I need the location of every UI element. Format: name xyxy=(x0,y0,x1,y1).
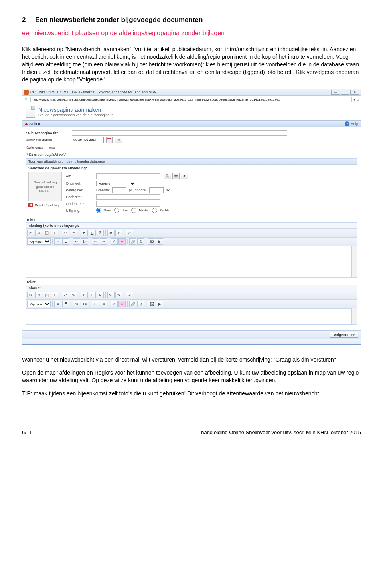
home-icon[interactable]: ⌂ xyxy=(357,97,359,101)
input-title[interactable] xyxy=(72,130,287,136)
image-icon[interactable]: 🖼 xyxy=(148,301,155,307)
image-icon[interactable]: 🖼 xyxy=(148,238,155,245)
reset-icon: ✖ xyxy=(28,203,33,207)
undo-icon[interactable]: ↶ xyxy=(62,230,69,236)
input-ondertitel2[interactable] xyxy=(96,201,160,207)
paste-icon[interactable]: 📋 xyxy=(43,292,50,298)
bold-icon[interactable]: B xyxy=(81,230,88,236)
list-ol-icon[interactable]: 1≡ xyxy=(81,238,88,245)
editor-toolbar-2b: Opmaak ≡ ≣ •≡ 1≡ ⇤ ⇥ A A 🔗 ⊘ 🖼 ▶ xyxy=(26,300,357,308)
strike-icon[interactable]: S̶ xyxy=(97,230,104,236)
input-ondertitel[interactable] xyxy=(96,194,160,200)
input-height[interactable] xyxy=(149,187,164,193)
label-title: * Nieuwspagina titel xyxy=(26,131,69,135)
copy-icon[interactable]: ⧉ xyxy=(35,230,42,236)
select-origineel[interactable]: Volledig xyxy=(96,181,136,186)
preview-icon[interactable]: 👁 xyxy=(181,173,188,179)
indent-icon[interactable]: ⇥ xyxy=(100,301,107,307)
editor-toolbar-1a: ✂ ⧉ 📋 T ↶ ↷ B U S̶ x₂ x² ⤢ xyxy=(26,228,357,237)
label-ondertitel2: Ondertitel 2: xyxy=(66,202,94,206)
outdent-icon[interactable]: ⇤ xyxy=(92,238,99,245)
video-icon[interactable]: ▶ xyxy=(156,301,163,307)
unlink-icon[interactable]: ⊘ xyxy=(137,301,144,307)
redo-icon[interactable]: ↷ xyxy=(70,230,77,236)
expand-icon[interactable]: ⤢ xyxy=(126,230,133,236)
textcolor-icon[interactable]: A xyxy=(111,238,118,245)
editor-intro: Inleiding (korte omschrijving): ✂ ⧉ 📋 T … xyxy=(26,222,357,278)
editor-intro-body[interactable] xyxy=(26,246,351,277)
window-maximize-button[interactable]: □ xyxy=(341,90,349,95)
editor-content-body[interactable] xyxy=(26,308,351,324)
required-note: * Dit is een verplicht veld. xyxy=(26,153,357,157)
editor-toolbar-2a: ✂ ⧉ 📋 T ↶ ↷ B U S̶ x₂ x² ⤢ xyxy=(26,291,357,300)
align-center-icon[interactable]: ≣ xyxy=(62,238,69,245)
align-left-icon[interactable]: ≡ xyxy=(54,238,61,245)
link-icon[interactable]: 🔗 xyxy=(129,238,136,245)
underline-icon[interactable]: U xyxy=(89,292,96,298)
cut-icon[interactable]: ✂ xyxy=(27,292,34,298)
sup-icon[interactable]: x² xyxy=(115,292,122,298)
window-minimize-button[interactable]: — xyxy=(331,90,340,95)
radio-midden[interactable] xyxy=(131,208,136,213)
list-ul-icon[interactable]: •≡ xyxy=(73,238,80,245)
scrollbar[interactable] xyxy=(351,308,357,324)
label-orig: Origineel: xyxy=(66,181,94,185)
page-footer: 6/11 handleiding Online Snelinvoer voor … xyxy=(22,429,361,435)
browse-icon[interactable]: 🔍 xyxy=(164,173,171,179)
redo-icon[interactable]: ↷ xyxy=(70,292,77,298)
cut-icon[interactable]: ✂ xyxy=(27,230,34,236)
select-opmaak[interactable]: Opmaak xyxy=(27,238,51,245)
list-ol-icon[interactable]: 1≡ xyxy=(81,301,88,307)
radio-geen[interactable] xyxy=(96,208,101,213)
list-ul-icon[interactable]: •≡ xyxy=(73,301,80,307)
undo-icon[interactable]: ↶ xyxy=(62,292,69,298)
underline-icon[interactable]: U xyxy=(89,230,96,236)
close-label: Sluiten xyxy=(29,122,40,126)
calendar-icon[interactable] xyxy=(106,137,113,143)
refresh-icon[interactable]: ⟳ xyxy=(24,97,29,101)
bgcolor-icon[interactable]: A xyxy=(118,238,126,245)
label-ondertitel: Ondertitel: xyxy=(66,195,94,199)
strike-icon[interactable]: S̶ xyxy=(97,292,104,298)
close-button[interactable]: ✖ Sluiten xyxy=(25,122,40,126)
textcolor-icon[interactable]: A xyxy=(111,301,118,307)
label-alt: Alt: xyxy=(66,174,94,178)
url-input[interactable] xyxy=(30,97,352,102)
link-icon[interactable]: 🔗 xyxy=(129,301,136,307)
browse2-icon[interactable]: ➕ xyxy=(172,173,180,179)
footer-bar: Volgende >> xyxy=(22,330,361,339)
dropdown-icon[interactable]: ▾ xyxy=(353,97,355,101)
bold-icon[interactable]: B xyxy=(81,292,88,298)
help-button[interactable]: ? Help xyxy=(345,121,358,126)
indent-icon[interactable]: ⇥ xyxy=(100,238,107,245)
bgcolor-icon[interactable]: A xyxy=(118,301,126,307)
image-thumbnail[interactable]: Geen afbeelding geselecteerd Klik hier xyxy=(28,172,62,201)
date-clear-button[interactable]: ↺ xyxy=(115,137,122,143)
radio-links[interactable] xyxy=(114,208,119,213)
select-opmaak[interactable]: Opmaak xyxy=(27,301,51,307)
outdent-icon[interactable]: ⇤ xyxy=(92,301,99,307)
video-icon[interactable]: ▶ xyxy=(156,238,163,245)
paste-plain-icon[interactable]: T xyxy=(51,230,58,236)
copy-icon[interactable]: ⧉ xyxy=(35,292,42,298)
input-date[interactable]: do 20 nov 2014 xyxy=(72,137,104,143)
window-close-button[interactable]: ✕ xyxy=(350,90,359,95)
input-alt[interactable] xyxy=(96,173,160,179)
paste-plain-icon[interactable]: T xyxy=(51,292,58,298)
align-center-icon[interactable]: ≣ xyxy=(62,301,69,307)
reset-image-button[interactable]: ✖ Reset afbeelding xyxy=(28,203,62,207)
volgende-button[interactable]: Volgende >> xyxy=(330,332,358,338)
input-width[interactable] xyxy=(112,187,126,193)
tekst-label-2: Tekst xyxy=(26,280,357,284)
image-group: Toon een afbeelding uit de multimedia da… xyxy=(26,158,357,216)
sub-icon[interactable]: x₂ xyxy=(107,292,115,298)
radio-rechts[interactable] xyxy=(152,208,157,213)
input-summary[interactable] xyxy=(72,145,287,150)
expand-icon[interactable]: ⤢ xyxy=(126,292,133,298)
scrollbar[interactable] xyxy=(351,246,357,277)
sub-icon[interactable]: x₂ xyxy=(107,230,115,236)
sup-icon[interactable]: x² xyxy=(115,230,122,236)
align-left-icon[interactable]: ≡ xyxy=(54,301,61,307)
unlink-icon[interactable]: ⊘ xyxy=(137,238,144,245)
paste-icon[interactable]: 📋 xyxy=(43,230,50,236)
